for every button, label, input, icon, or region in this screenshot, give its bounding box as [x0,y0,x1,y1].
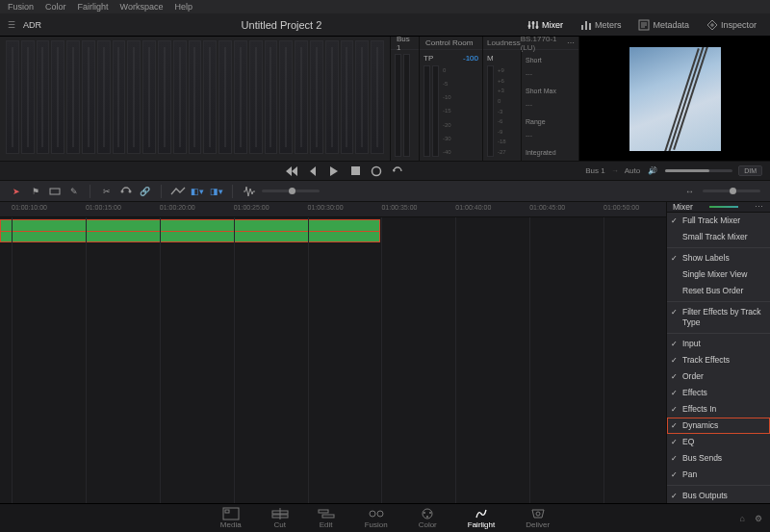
tp-label: TP [424,54,433,63]
menu-fairlight[interactable]: Fairlight [78,2,109,12]
mixer-option-bus-sends[interactable]: Bus Sends [667,450,770,467]
monitor-volume-slider[interactable] [665,169,732,172]
svg-point-8 [372,166,381,175]
timeline[interactable]: 01:00:10:0001:00:15:0001:00:20:0001:00:2… [0,202,666,503]
audio-clip[interactable] [0,219,380,242]
mixer-option-filter-effects-by-track-type[interactable]: Filter Effects by Track Type [667,304,770,331]
transient-tool[interactable] [243,185,255,197]
edit-icon [319,508,334,519]
page-tab-bar: MediaCutEditFusionColorFairlightDeliver … [0,503,770,532]
snap-tool[interactable] [119,185,132,197]
svg-point-24 [536,512,540,516]
timeline-ruler[interactable]: 01:00:10:0001:00:15:0001:00:20:0001:00:2… [0,202,666,217]
svg-point-0 [527,24,530,27]
project-title: Untitled Project 2 [242,19,322,31]
mixer-option-full-track-mixer[interactable]: Full Track Mixer [667,213,770,229]
svg-rect-9 [50,189,60,194]
meters-tab[interactable]: Meters [575,17,628,33]
pencil-tool[interactable]: ✎ [67,185,80,197]
play-button[interactable] [327,165,341,178]
menu-help[interactable]: Help [174,2,192,12]
loudness-menu-icon[interactable]: ⋯ [567,38,575,47]
svg-rect-17 [322,515,334,518]
monitor-auto[interactable]: Auto [625,166,640,175]
pointer-tool[interactable]: ➤ [10,185,22,197]
channel-meter [203,40,217,154]
loudness-standard[interactable]: BS.1770-1 (LU) [521,35,567,52]
adr-button[interactable]: ADR [23,20,41,30]
channel-meter [21,40,35,154]
mixer-option-effects-in[interactable]: Effects In [667,401,770,418]
svg-point-23 [426,516,428,518]
mixer-option-small-track-mixer[interactable]: Small Track Mixer [667,229,770,245]
mixer-tab-icon [527,19,539,31]
channel-meter [66,40,80,154]
channel-meter [37,40,50,154]
page-media[interactable]: Media [220,508,242,529]
horiz-zoom-icon: ↔ [683,185,696,197]
vertical-zoom-slider[interactable] [262,190,320,192]
page-fusion[interactable]: Fusion [365,508,388,529]
timeline-tracks[interactable] [0,217,666,503]
mixer-option-eq[interactable]: EQ [667,434,770,450]
loudness-label: Loudness [487,38,521,47]
channel-meter [234,40,247,154]
prev-button[interactable] [306,165,320,178]
home-button[interactable]: ⌂ [740,514,745,523]
svg-point-11 [128,190,131,192]
svg-rect-7 [351,166,360,175]
mixer-option-input[interactable]: Input [667,336,770,352]
inspector-tab-icon [706,19,718,31]
mixer-option-reset-bus-order[interactable]: Reset Bus Order [667,283,770,299]
menu-fusion[interactable]: Fusion [8,2,34,12]
channel-meter [173,40,187,154]
mixer-option-pan[interactable]: Pan [667,467,770,483]
mixer-option-effects[interactable]: Effects [667,385,770,401]
stop-button[interactable] [348,165,362,178]
link-tool[interactable]: 🔗 [139,185,151,197]
menu-toggle-icon[interactable]: ☰ [8,20,15,30]
svg-point-2 [535,25,538,28]
mixer-option-bus-outputs[interactable]: Bus Outputs [667,488,770,503]
page-deliver[interactable]: Deliver [526,508,550,529]
deliver-icon [530,508,546,519]
mixer-option-order[interactable]: Order [667,368,770,385]
automation-tool[interactable] [171,185,184,197]
flag-out-tool[interactable]: ◨▾ [210,185,222,197]
titlebar: ☰ ADR Untitled Project 2 MixerMetersMeta… [0,13,770,37]
mixer-option-dynamics[interactable]: Dynamics [667,418,770,434]
page-fairlight[interactable]: Fairlight [468,508,495,529]
mixer-option-show-labels[interactable]: Show Labels [667,250,770,266]
channel-meter [51,40,64,154]
metadata-tab[interactable]: Metadata [632,17,695,33]
menu-color[interactable]: Color [45,2,66,12]
record-button[interactable] [370,165,383,178]
horizontal-zoom-slider[interactable] [703,190,760,192]
project-settings-button[interactable]: ⚙ [755,514,762,523]
page-edit[interactable]: Edit [319,508,334,529]
monitor-bus[interactable]: Bus 1 [585,166,604,175]
page-cut[interactable]: Cut [272,508,288,529]
inspector-tab[interactable]: Inspector [701,17,762,33]
mixer-option-track-effects[interactable]: Track Effects [667,352,770,368]
meters-tab-icon [580,19,592,31]
cut-tool[interactable]: ✂ [100,185,113,197]
page-color[interactable]: Color [419,508,437,529]
flag-in-tool[interactable]: ◧▾ [191,185,203,197]
mixer-option-single-mixer-view[interactable]: Single Mixer View [667,266,770,283]
speaker-icon[interactable]: 🔊 [646,165,659,178]
fusion-icon [369,508,384,519]
loop-button[interactable] [391,165,404,178]
range-tool[interactable] [48,185,61,197]
marker-tool[interactable]: ⚑ [29,185,41,197]
mixer-tab[interactable]: Mixer [522,17,569,33]
channel-meter [295,40,308,154]
svg-point-19 [377,511,383,517]
track-meters-panel [0,37,390,161]
mixer-options-button[interactable]: ⋯ [755,202,764,212]
bus-label: Bus 1 [391,37,419,50]
dim-button[interactable]: DIM [738,165,762,176]
rewind-button[interactable] [285,165,298,178]
menu-workspace[interactable]: Workspace [120,2,164,12]
m-label: M [487,54,494,63]
